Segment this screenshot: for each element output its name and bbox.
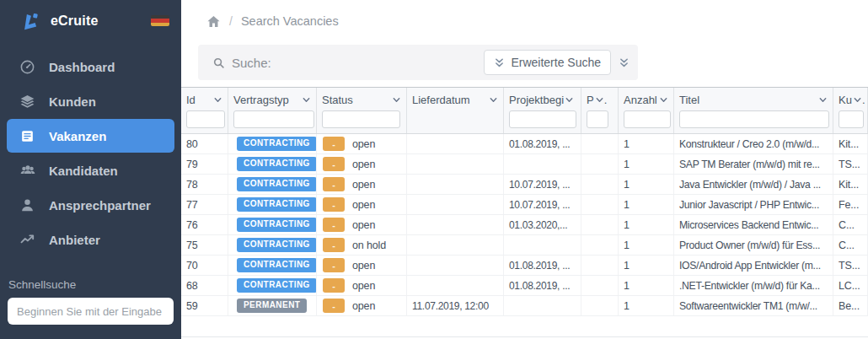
filter-projektbeginn-input[interactable] (509, 110, 576, 128)
status-badge: - (323, 218, 345, 232)
cell-lieferdatum: 11.07.2019, 12:00 (407, 296, 504, 315)
cell-p (581, 296, 619, 315)
chevron-down-icon[interactable] (818, 95, 828, 105)
sidebar-item-ansprechpartner[interactable]: Ansprechpartner (7, 188, 174, 222)
column-header-anzahl[interactable]: Anzahl (619, 88, 674, 133)
filter-vertragstyp-input[interactable] (233, 110, 314, 128)
filter-status-input[interactable] (322, 110, 400, 128)
search-label: Suche: (232, 56, 271, 70)
column-header-titel[interactable]: Titel (674, 88, 833, 133)
cell-lieferdatum (407, 154, 504, 174)
filter-titel-input[interactable] (679, 110, 829, 128)
table-row[interactable]: 70CONTRACTING-open01.08.2019, ...1IOS/An… (181, 256, 868, 276)
column-label-suffix: . (604, 94, 608, 106)
search-bar: Suche: Erweiterte Suche (198, 45, 638, 80)
column-label: Id (186, 94, 196, 106)
cell-id: 79 (181, 154, 228, 174)
search-icon (212, 56, 225, 69)
people-icon (19, 162, 36, 179)
collapse-search-icon[interactable] (619, 57, 630, 68)
cell-lieferdatum (407, 134, 504, 153)
breadcrumb: / Search Vacancies (181, 0, 868, 42)
home-icon[interactable] (206, 14, 221, 29)
cell-lieferdatum (407, 235, 504, 255)
column-header-vertragstyp[interactable]: Vertragstyp (228, 88, 317, 133)
table-row[interactable]: 77CONTRACTING-open10.07.2019, ...1Junior… (181, 195, 868, 215)
cell-anzahl: 1 (619, 215, 674, 234)
cell-projektbeginn (504, 296, 581, 315)
column-header-lieferdatum[interactable]: Lieferdatum (407, 88, 504, 133)
status-text: open (352, 260, 375, 272)
table-row[interactable]: 80CONTRACTING-open01.08.2019, ...1Konstr… (181, 134, 868, 154)
table-row[interactable]: 59PERMANENT-open11.07.2019, 12:001Softwa… (181, 296, 868, 316)
sidebar-item-label: Kandidaten (49, 164, 118, 178)
status-text: open (352, 199, 375, 211)
column-header-id[interactable]: Id (181, 88, 228, 133)
filter-kunde-input[interactable] (839, 110, 864, 128)
sidebar-nav: DashboardKundenVakanzenKandidatenAnsprec… (0, 50, 181, 257)
filter-p-input[interactable] (587, 110, 608, 128)
table-row[interactable]: 78CONTRACTING-open10.07.2019, ...1Java E… (181, 175, 868, 195)
cell-projektbeginn: 01.08.2019, ... (504, 276, 581, 295)
cell-p (581, 195, 619, 214)
cell-kunde: Be... (833, 296, 868, 315)
column-header-p[interactable]: P. (581, 88, 619, 133)
cell-id: 76 (181, 215, 228, 234)
sidebar-item-anbieter[interactable]: Anbieter (7, 223, 174, 256)
status-badge: - (323, 157, 345, 171)
contract-type-badge: CONTRACTING (237, 238, 317, 252)
column-header-status[interactable]: Status (317, 88, 407, 133)
cell-id: 59 (181, 296, 228, 315)
chevron-down-icon[interactable] (489, 95, 498, 105)
quick-search-input[interactable] (8, 298, 174, 325)
trend-icon (19, 231, 36, 248)
contract-type-badge: CONTRACTING (237, 218, 317, 232)
app-logo-icon (20, 10, 42, 32)
cell-anzahl: 1 (619, 276, 674, 295)
cell-p (581, 134, 619, 153)
breadcrumb-separator: / (229, 14, 233, 28)
cell-kunde: LC... (833, 276, 868, 295)
chevron-down-icon[interactable] (302, 95, 311, 105)
chevron-down-icon[interactable] (853, 95, 862, 105)
sidebar-item-label: Vakanzen (49, 129, 106, 143)
cell-projektbeginn: 01.03.2020,... (504, 215, 581, 234)
filter-id-input[interactable] (186, 110, 225, 128)
chevron-down-icon[interactable] (659, 95, 668, 105)
document-icon (19, 127, 36, 144)
advanced-search-label: Erweiterte Suche (511, 56, 601, 69)
cell-anzahl: 1 (619, 256, 674, 275)
chevron-down-icon[interactable] (213, 95, 222, 105)
status-badge: - (323, 137, 345, 151)
table-row[interactable]: 75CONTRACTING-on hold1Product Owner (m/w… (181, 235, 868, 256)
cell-vertragstyp: CONTRACTING (228, 256, 317, 275)
brand: eCruite (0, 0, 181, 39)
contract-type-badge: CONTRACTING (237, 278, 317, 293)
column-header-kunde[interactable]: Ku. (833, 88, 868, 133)
status-badge: - (323, 238, 345, 252)
cell-lieferdatum (407, 276, 504, 295)
cell-titel: Junior Javascript / PHP Entwic... (674, 195, 833, 214)
chevron-down-icon[interactable] (565, 95, 574, 105)
sidebar-item-vakanzen[interactable]: Vakanzen (7, 119, 174, 153)
table-row[interactable]: 79CONTRACTING-open1SAP TM Berater (m/w/d… (181, 154, 868, 175)
layers-icon (19, 93, 36, 110)
status-text: open (352, 138, 375, 150)
sidebar: eCruite DashboardKundenVakanzenKandidate… (0, 0, 181, 339)
sidebar-item-dashboard[interactable]: Dashboard (7, 50, 174, 83)
table-row[interactable]: 68CONTRACTING-open01.08.2019, ...1.NET-E… (181, 276, 868, 296)
chevron-down-icon[interactable] (595, 95, 604, 105)
sidebar-item-kunden[interactable]: Kunden (7, 84, 174, 118)
cell-p (581, 175, 619, 194)
cell-kunde: Kit... (833, 175, 868, 194)
chevron-down-icon[interactable] (392, 95, 401, 105)
contract-type-badge: PERMANENT (237, 299, 307, 313)
cell-titel: .NET-Entwickler (m/w/d) für Ka... (674, 276, 833, 295)
advanced-search-button[interactable]: Erweiterte Suche (484, 50, 611, 75)
column-header-projektbeginn[interactable]: Projektbegi (504, 88, 581, 133)
sidebar-item-label: Kunden (49, 94, 96, 109)
table-row[interactable]: 76CONTRACTING-open01.03.2020,...1Microse… (181, 215, 868, 235)
german-flag-icon[interactable] (151, 15, 169, 26)
sidebar-item-kandidaten[interactable]: Kandidaten (7, 153, 174, 187)
filter-anzahl-input[interactable] (624, 110, 671, 128)
